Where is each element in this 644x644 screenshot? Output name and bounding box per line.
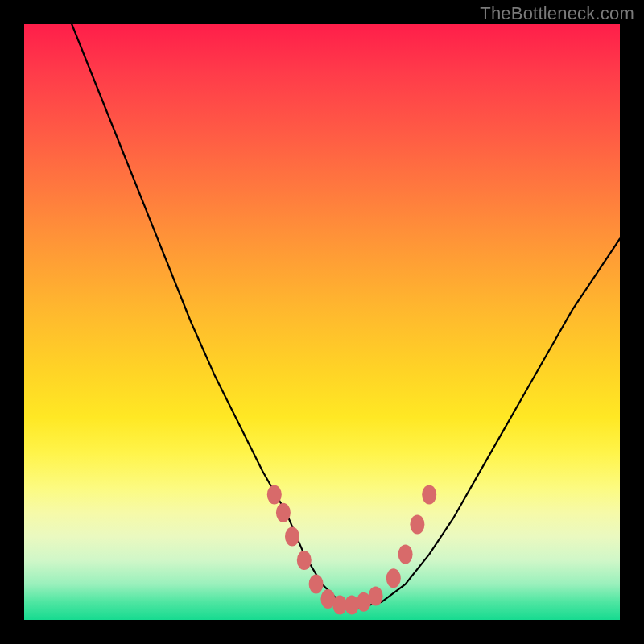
bottleneck-curve-svg bbox=[24, 24, 620, 620]
curve-marker bbox=[422, 485, 436, 505]
curve-marker bbox=[398, 545, 413, 564]
curve-marker bbox=[410, 515, 424, 535]
watermark-text: TheBottleneck.com bbox=[480, 3, 634, 24]
curve-marker bbox=[369, 586, 383, 605]
bottleneck-curve-line bbox=[72, 24, 620, 608]
curve-marker bbox=[276, 503, 291, 522]
chart-plot-area bbox=[24, 24, 620, 620]
curve-marker bbox=[309, 575, 324, 594]
curve-marker bbox=[267, 485, 282, 505]
curve-marker bbox=[297, 551, 312, 570]
curve-markers-group bbox=[267, 485, 436, 615]
curve-marker bbox=[386, 568, 401, 588]
curve-marker bbox=[285, 526, 299, 546]
